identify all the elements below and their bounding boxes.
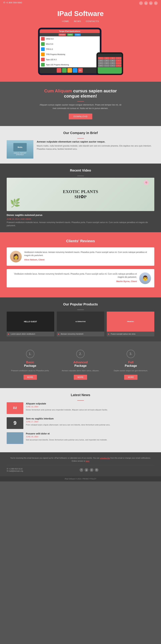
app-row-2: EDL2 K-6	[40, 42, 100, 47]
package-desc-1: Praesent vestibulum veula my Phasellus p…	[10, 369, 50, 372]
app-icon-3	[41, 47, 45, 51]
product-img-text-3: PRIMERA	[126, 320, 135, 323]
video-divider	[77, 176, 84, 176]
review-text-1: Vestibulum molestie lacus. Aenean nonumm…	[24, 251, 151, 261]
app-label-6: Tejas LEE Progress Monitoring	[46, 64, 69, 66]
package-number-3: 3.	[127, 350, 135, 358]
footer-email: ✉ mail@domain.org	[7, 470, 23, 472]
app-row-1: DRA2 K-8	[40, 36, 100, 42]
package-type-2: Package	[60, 364, 101, 368]
app-icon-6	[41, 63, 45, 66]
app-row-4: TPRI Progress Monitoring	[40, 52, 100, 57]
news-date-3: JUNE 30, 2014	[26, 436, 107, 438]
review-body-2: Vestibulum molestie lacus. Aenean nonumm…	[10, 272, 137, 279]
footer-contact: ✆ +1 800 815 0110 ✉ mail@domain.org	[7, 468, 23, 472]
phone-number: ✆ +1 800 559 8080	[3, 1, 22, 4]
company-title: Aenean vulputate elementum varius sapien…	[37, 140, 154, 143]
package-name-3: Full	[111, 360, 151, 364]
company-heading: Our Company in Brief	[7, 131, 154, 135]
app-icon-4	[41, 52, 45, 56]
reviews-heading: Clients' Reviews	[7, 239, 154, 243]
review-card-1: 👩 Vestibulum molestie lacus. Aenean nonu…	[7, 248, 154, 266]
video-section: Recent Video 🌿 🌸 EXOTIC PLANTSSH✿P Donec…	[0, 164, 161, 232]
nav-contacts[interactable]: CONTACTS	[86, 20, 99, 22]
linkedin-icon[interactable]: in	[154, 1, 158, 5]
footer-rss-icon[interactable]: a	[90, 468, 93, 472]
unsubscribe-link[interactable]: unsubscribe	[100, 457, 110, 459]
cum-heading-colored: Cum Aliquam	[44, 88, 72, 93]
package-advanced: 2. Advanced Package Aenean vulputate die…	[57, 346, 104, 383]
arrow-icon-2: ▶	[58, 333, 59, 335]
video-thumbnail[interactable]: 🌿 🌸 EXOTIC PLANTSSH✿P	[7, 178, 154, 211]
video-text: EXOTIC PLANTSSH✿P	[63, 189, 98, 200]
arrow-icon-1: ▶	[8, 333, 9, 335]
footer-icon-1	[57, 68, 61, 73]
hero-section: IPad Software HOME NEWS CONTACTS Tango i…	[0, 6, 161, 82]
footer-text: You're receiving this email because you …	[7, 456, 154, 462]
news-item-3: Posuere velit dolor et JUNE 30, 2014 Sed…	[7, 432, 154, 444]
package-more-2[interactable]: MORE	[74, 375, 87, 380]
arrow-icon-3: ▶	[108, 333, 109, 335]
news-item-2: 9 Sem eu sagittis interdum JUNE 17, 2014…	[7, 417, 154, 429]
app-row-5: Tejas LEE K-3	[40, 57, 100, 62]
page-title: IPad Software	[0, 10, 161, 18]
product-label-2: ▶ Aenean nonummy hendrerit	[57, 332, 104, 336]
copyright-text: IPad Software © 2015 • PRIVACY POLICY	[7, 478, 154, 480]
tag-better: Better	[67, 34, 73, 36]
package-full: 3. Full Package Daplen auctor neque con …	[107, 346, 154, 383]
tablet-app-name: Tango iPad Applications	[40, 29, 100, 33]
footer-google-icon[interactable]: g	[85, 468, 88, 472]
news-date-1: JUNE 10, 2014	[26, 406, 108, 408]
footer-icon-5: RtI	[78, 68, 83, 73]
app-icon-5	[41, 58, 45, 61]
nav-news[interactable]: NEWS	[74, 20, 81, 22]
package-more-3[interactable]: MORE	[124, 375, 137, 380]
avatar-2: 👨	[139, 272, 151, 284]
news-title-2: Sem eu sagittis interdum	[26, 417, 110, 420]
package-desc-2: Aenean vulputate diene vitam varius, ali…	[60, 369, 101, 372]
package-number-1: 1.	[26, 350, 34, 358]
facebook-icon[interactable]: f	[139, 1, 143, 5]
leaf-decoration: 🌿	[10, 198, 20, 208]
tablet-mockup: Tango iPad Applications Smarter Better F…	[38, 28, 101, 75]
news-heading: Latest News	[7, 393, 154, 397]
package-basic: 1. Basic Package Praesent vestibulum veu…	[7, 346, 54, 383]
company-row: Media ANNUAL REPORTSTRATEGY Aenean vulpu…	[7, 140, 154, 158]
news-thumb-3	[7, 432, 23, 444]
download-button[interactable]: DOWNLOAD	[69, 114, 92, 119]
flower-decoration: 🌸	[143, 180, 149, 185]
app-label-5: Tejas LEE K-3	[46, 59, 57, 60]
news-body-1: Donec fermentum ante pulvinar arcu imper…	[26, 408, 108, 411]
news-content-1: Aliquam vulputate JUNE 10, 2014 Donec fe…	[26, 402, 108, 411]
product-label-3: ▶ Fusce suscipit varius nec eros	[107, 332, 154, 336]
product-img-1: HELLO GUEST	[7, 312, 54, 332]
news-title-1: Aliquam vulputate	[26, 402, 108, 405]
video-heading: Recent Video	[7, 168, 154, 172]
footer-facebook-icon[interactable]: f	[80, 468, 83, 472]
product-img-2: ALTERNATIVE	[57, 312, 104, 332]
nav-home[interactable]: HOME	[62, 20, 69, 22]
products-section: Our Popular Products HELLO GUEST ▶ Lorem…	[0, 298, 161, 342]
products-grid: HELLO GUEST ▶ Lorem ipsum dolor vestibul…	[7, 312, 154, 336]
product-img-text-2: ALTERNATIVE	[75, 320, 87, 323]
company-image: Media ANNUAL REPORTSTRATEGY	[7, 140, 33, 158]
video-container: 🌿 🌸 EXOTIC PLANTSSH✿P	[7, 178, 154, 211]
products-divider	[77, 310, 84, 310]
product-card-2: ALTERNATIVE ▶ Aenean nonummy hendrerit	[57, 312, 104, 336]
news-section: Latest News D2 Aliquam vulputate JUNE 10…	[0, 388, 161, 452]
footer-bottom: ✆ +1 800 815 0110 ✉ mail@domain.org f g …	[7, 465, 154, 472]
here-link[interactable]: here	[86, 460, 89, 462]
rss-icon[interactable]: a	[149, 1, 153, 5]
google-icon[interactable]: g	[144, 1, 148, 5]
products-heading: Our Popular Products	[7, 302, 154, 306]
avatar-1: 👩	[10, 251, 22, 262]
product-label-1: ▶ Lorem ipsum dolor vestibulum	[7, 332, 54, 336]
footer-linkedin-icon[interactable]: in	[95, 468, 98, 472]
package-more-1[interactable]: MORE	[24, 375, 37, 380]
review-text-2: Vestibulum molestie lacus. Aenean nonumm…	[10, 272, 137, 282]
package-name-2: Advanced	[60, 360, 101, 364]
product-card-1: HELLO GUEST ▶ Lorem ipsum dolor vestibul…	[7, 312, 54, 336]
video-desc-text: Praesent vestibulum molestie lacus. Aene…	[7, 221, 154, 227]
footer-icon-4	[73, 68, 77, 73]
tablet-tags: Smarter Better Faster	[40, 33, 100, 36]
